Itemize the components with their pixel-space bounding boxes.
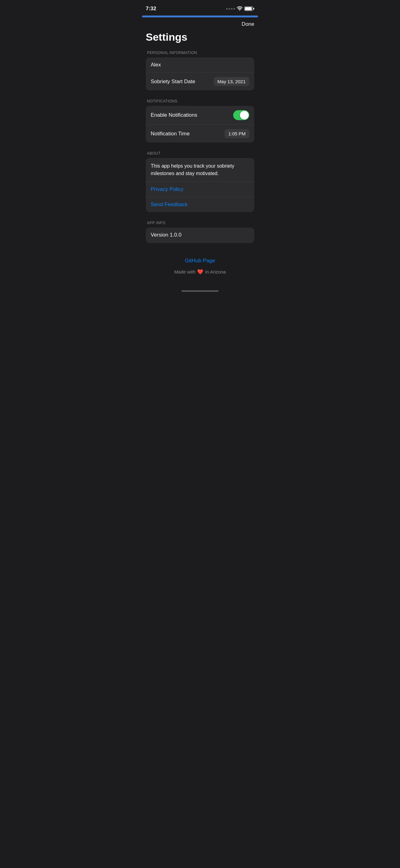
location-label: in Arizona bbox=[205, 269, 226, 274]
status-bar: 7:32 bbox=[139, 0, 261, 16]
github-link[interactable]: GitHub Page bbox=[185, 258, 215, 264]
privacy-policy-link[interactable]: Privacy Policy bbox=[151, 186, 184, 192]
enable-notifications-label: Enable Notifications bbox=[151, 112, 197, 118]
section-label-about: ABOUT bbox=[146, 151, 254, 156]
wifi-icon bbox=[237, 6, 242, 11]
header-row: Done bbox=[139, 18, 261, 29]
home-indicator bbox=[181, 290, 219, 292]
section-label-notifications: NOTIFICATIONS bbox=[146, 99, 254, 103]
section-notifications: NOTIFICATIONS Enable Notifications Notif… bbox=[139, 99, 261, 143]
sobriety-date-row[interactable]: Sobriety Start Date May 13, 2021 bbox=[146, 73, 254, 90]
section-personal-info: PERSONAL INFORMATION Alex Sobriety Start… bbox=[139, 51, 261, 90]
heart-icon: ❤️ bbox=[197, 269, 203, 275]
status-icons bbox=[226, 6, 254, 11]
section-label-app-info: APP INFO bbox=[146, 221, 254, 225]
version-value: Version 1.0.0 bbox=[151, 232, 181, 238]
personal-info-card: Alex Sobriety Start Date May 13, 2021 bbox=[146, 57, 254, 90]
notification-time-row[interactable]: Notification Time 1:05 PM bbox=[146, 125, 254, 143]
signal-icon bbox=[226, 8, 235, 10]
made-with-label: Made with bbox=[174, 269, 195, 274]
sobriety-date-value: May 13, 2021 bbox=[214, 77, 249, 86]
footer: GitHub Page Made with ❤️ in Arizona bbox=[139, 251, 261, 287]
sobriety-label: Sobriety Start Date bbox=[151, 79, 195, 85]
privacy-policy-row[interactable]: Privacy Policy bbox=[146, 182, 254, 197]
enable-notifications-row: Enable Notifications bbox=[146, 106, 254, 125]
section-about: ABOUT This app helps you track your sobr… bbox=[139, 151, 261, 212]
page-title: Settings bbox=[139, 29, 261, 51]
name-value: Alex bbox=[151, 62, 161, 68]
status-time: 7:32 bbox=[146, 6, 156, 12]
section-label-personal: PERSONAL INFORMATION bbox=[146, 51, 254, 55]
made-with-row: Made with ❤️ in Arizona bbox=[174, 269, 226, 275]
about-description: This app helps you track your sobriety m… bbox=[146, 158, 254, 182]
notifications-card: Enable Notifications Notification Time 1… bbox=[146, 106, 254, 143]
notification-time-label: Notification Time bbox=[151, 131, 190, 137]
name-row: Alex bbox=[146, 57, 254, 73]
app-info-card: Version 1.0.0 bbox=[146, 227, 254, 243]
battery-icon bbox=[244, 6, 254, 11]
notifications-toggle[interactable] bbox=[233, 110, 249, 120]
about-card: This app helps you track your sobriety m… bbox=[146, 158, 254, 212]
send-feedback-link[interactable]: Send Feedback bbox=[151, 202, 188, 207]
send-feedback-row[interactable]: Send Feedback bbox=[146, 197, 254, 212]
done-button[interactable]: Done bbox=[241, 21, 254, 27]
toggle-track bbox=[233, 110, 249, 120]
notification-time-value: 1:05 PM bbox=[225, 129, 249, 138]
version-row: Version 1.0.0 bbox=[146, 227, 254, 243]
toggle-thumb bbox=[240, 111, 249, 120]
section-app-info: APP INFO Version 1.0.0 bbox=[139, 221, 261, 243]
